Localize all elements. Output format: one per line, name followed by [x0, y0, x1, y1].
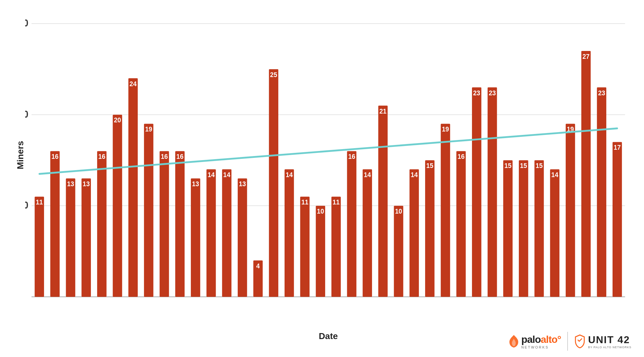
svg-rect-80 — [409, 169, 419, 297]
paloalto-logo: paloalto° NETWORKS — [508, 334, 561, 349]
svg-text:Sep 21, 2023: Sep 21, 2023 — [382, 299, 411, 300]
svg-text:Sep 16, 2023: Sep 16, 2023 — [304, 299, 333, 300]
svg-line-122 — [39, 128, 617, 174]
svg-rect-41 — [207, 169, 216, 297]
svg-rect-119 — [613, 142, 622, 297]
svg-text:14: 14 — [364, 171, 371, 179]
y-axis-label: Miners — [15, 141, 25, 169]
svg-text:Sep 17, 2023: Sep 17, 2023 — [319, 299, 348, 300]
svg-text:11: 11 — [36, 198, 43, 206]
svg-rect-110 — [566, 124, 575, 297]
svg-text:13: 13 — [83, 180, 90, 188]
svg-text:16: 16 — [458, 153, 465, 160]
svg-text:Sep 24, 2023: Sep 24, 2023 — [429, 299, 458, 300]
svg-rect-14 — [66, 178, 75, 297]
svg-text:15: 15 — [504, 162, 512, 170]
svg-text:14: 14 — [208, 171, 215, 179]
unit42-logo: UNIT 42 BY PALO ALTO NETWORKS — [574, 334, 631, 349]
svg-text:Sep 30, 2023: Sep 30, 2023 — [523, 299, 551, 300]
svg-text:Sep 3, 2023: Sep 3, 2023 — [101, 299, 127, 300]
svg-text:Sep 9, 2023: Sep 9, 2023 — [195, 299, 221, 300]
svg-text:Oct 6, 2023: Oct 6, 2023 — [616, 299, 631, 300]
x-axis-label: Date — [319, 331, 338, 341]
svg-text:16: 16 — [98, 153, 106, 160]
svg-text:10: 10 — [25, 200, 28, 211]
svg-rect-113 — [581, 51, 591, 297]
svg-text:Sep 12, 2023: Sep 12, 2023 — [242, 299, 270, 300]
svg-text:15: 15 — [426, 162, 434, 170]
svg-rect-92 — [472, 87, 481, 297]
svg-text:Sep 19, 2023: Sep 19, 2023 — [351, 299, 380, 300]
svg-rect-116 — [597, 87, 606, 297]
chart-container: Miners Date 10203011Aug 30, 202316Aug 31… — [25, 9, 631, 300]
svg-text:13: 13 — [67, 180, 74, 188]
svg-text:Aug 31, 2023: Aug 31, 2023 — [54, 299, 83, 300]
svg-text:Sep 26, 2023: Sep 26, 2023 — [460, 299, 489, 300]
svg-text:21: 21 — [380, 107, 387, 115]
svg-text:11: 11 — [301, 198, 308, 206]
svg-rect-62 — [316, 206, 325, 297]
svg-text:Sep 27, 2023: Sep 27, 2023 — [476, 299, 504, 300]
svg-text:Oct 1, 2023: Oct 1, 2023 — [538, 299, 564, 300]
svg-text:14: 14 — [411, 171, 418, 179]
svg-text:15: 15 — [520, 162, 527, 170]
svg-rect-59 — [300, 197, 310, 297]
svg-rect-26 — [128, 78, 138, 297]
svg-rect-98 — [503, 160, 513, 297]
unit42-sub: BY PALO ALTO NETWORKS — [588, 346, 631, 349]
svg-text:Aug 30, 2023: Aug 30, 2023 — [38, 299, 67, 300]
svg-text:Sep 18, 2023: Sep 18, 2023 — [335, 299, 364, 300]
svg-text:15: 15 — [536, 162, 543, 170]
svg-rect-107 — [550, 169, 559, 297]
svg-rect-8 — [35, 197, 44, 297]
svg-text:23: 23 — [598, 89, 605, 97]
footer: paloalto° NETWORKS UNIT 42 BY PALO ALTO … — [508, 332, 631, 351]
svg-text:23: 23 — [489, 89, 496, 97]
svg-rect-77 — [394, 206, 403, 297]
svg-rect-68 — [347, 151, 357, 297]
svg-rect-83 — [425, 160, 435, 297]
svg-rect-71 — [363, 169, 372, 297]
svg-text:Sep 29, 2023: Sep 29, 2023 — [507, 299, 536, 300]
svg-text:Sep 11, 2023: Sep 11, 2023 — [226, 299, 254, 300]
svg-rect-53 — [269, 69, 278, 297]
svg-text:Sep 25, 2023: Sep 25, 2023 — [445, 299, 473, 300]
svg-rect-95 — [488, 87, 497, 297]
svg-rect-86 — [441, 124, 450, 297]
svg-text:Sep 7, 2023: Sep 7, 2023 — [164, 299, 190, 300]
chart-area: 10203011Aug 30, 202316Aug 31, 202313Sep … — [25, 9, 631, 300]
svg-text:14: 14 — [223, 171, 230, 179]
svg-text:Sep 5, 2023: Sep 5, 2023 — [132, 299, 158, 300]
unit42-text: UNIT 42 — [588, 334, 631, 346]
svg-text:Sep 2, 2023: Sep 2, 2023 — [85, 299, 112, 300]
svg-text:Sep 4, 2023: Sep 4, 2023 — [117, 299, 143, 300]
svg-text:Sep 15, 2023: Sep 15, 2023 — [288, 299, 317, 300]
svg-text:Sep 8, 2023: Sep 8, 2023 — [179, 299, 205, 300]
svg-text:Sep 1, 2023: Sep 1, 2023 — [70, 299, 96, 300]
svg-text:27: 27 — [582, 53, 590, 60]
unit42-icon — [574, 334, 586, 348]
svg-text:14: 14 — [286, 171, 293, 179]
svg-rect-104 — [535, 160, 544, 297]
svg-rect-74 — [378, 106, 388, 297]
svg-text:Sep 22, 2023: Sep 22, 2023 — [398, 299, 426, 300]
svg-text:4: 4 — [256, 262, 260, 270]
svg-text:17: 17 — [614, 143, 621, 151]
svg-rect-17 — [81, 178, 91, 297]
svg-rect-44 — [222, 169, 231, 297]
svg-text:13: 13 — [192, 180, 199, 188]
svg-text:10: 10 — [317, 207, 324, 215]
svg-rect-23 — [113, 115, 122, 297]
svg-text:Oct 2, 2023: Oct 2, 2023 — [554, 299, 580, 300]
svg-text:10: 10 — [395, 207, 402, 215]
paloalto-text: paloalto° — [521, 334, 561, 345]
svg-rect-32 — [160, 151, 169, 297]
chart-svg: 10203011Aug 30, 202316Aug 31, 202313Sep … — [25, 9, 631, 300]
svg-text:19: 19 — [145, 125, 153, 133]
svg-text:Sep 28, 2023: Sep 28, 2023 — [491, 299, 520, 300]
svg-text:16: 16 — [176, 153, 184, 160]
svg-text:19: 19 — [442, 125, 449, 133]
svg-text:Oct 4, 2023: Oct 4, 2023 — [585, 299, 611, 300]
svg-text:16: 16 — [348, 153, 355, 160]
logo-divider — [567, 332, 568, 351]
